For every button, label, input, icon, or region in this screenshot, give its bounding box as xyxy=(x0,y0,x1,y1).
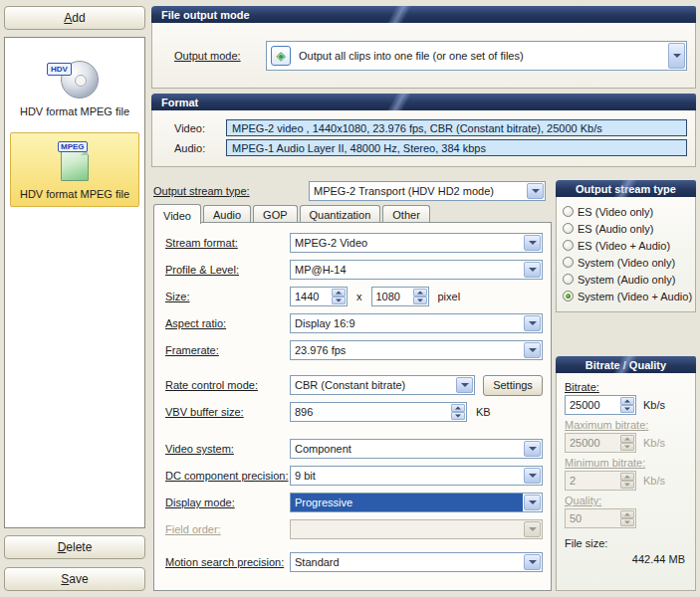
stream-format-dropdown[interactable]: MPEG-2 Video xyxy=(290,233,543,253)
chevron-down-icon xyxy=(529,241,537,245)
output-mode-icon: ◈ xyxy=(271,46,291,66)
tab-quantization[interactable]: Quantization xyxy=(300,205,381,223)
video-format-label: Video: xyxy=(174,122,226,134)
vbv-buffer-spinner[interactable]: 896 xyxy=(290,402,467,422)
radio-system-audio-only[interactable]: System (Audio only) xyxy=(563,271,691,288)
spin-up-icon[interactable] xyxy=(620,397,634,405)
dropdown-arrow-button xyxy=(524,521,541,537)
dc-precision-label: DC component precision: xyxy=(165,470,290,482)
mpeg-file-icon: MPEG xyxy=(52,141,98,183)
rate-control-label: Rate control mode: xyxy=(165,379,290,391)
field-order-dropdown xyxy=(290,519,543,539)
spin-down-icon xyxy=(620,443,634,451)
quality-spinner: 50 xyxy=(565,508,636,528)
display-mode-label: Display mode: xyxy=(165,497,290,508)
motion-search-row: Motion search precision: Standard xyxy=(165,552,543,572)
radio-icon xyxy=(563,274,574,285)
radio-system-video-audio[interactable]: System (Video + Audio) xyxy=(563,288,691,304)
audio-format-value: MPEG-1 Audio Layer II, 48000 Hz, Stereo,… xyxy=(226,139,687,156)
list-item[interactable]: HDV HDV format MPEG file xyxy=(10,50,139,124)
field-order-label: Field order: xyxy=(165,523,290,535)
dropdown-arrow-button[interactable] xyxy=(524,235,541,251)
output-stream-type-panel-header: Output stream type xyxy=(556,180,696,197)
dropdown-arrow-button[interactable] xyxy=(524,468,541,484)
dropdown-arrow-button[interactable] xyxy=(456,377,473,393)
stream-format-label: Stream format: xyxy=(165,237,290,249)
spin-down-icon[interactable] xyxy=(451,412,465,420)
min-bitrate-unit: Kb/s xyxy=(643,475,665,487)
radio-es-audio-only[interactable]: ES (Audio only) xyxy=(563,220,691,237)
size-label: Size: xyxy=(165,291,290,302)
spin-up-icon[interactable] xyxy=(451,404,465,412)
delete-button[interactable]: Delete xyxy=(4,535,145,559)
format-panel: Format Video: MPEG-2 video , 1440x1080, … xyxy=(151,94,696,167)
dropdown-arrow-button[interactable] xyxy=(524,495,541,510)
motion-search-dropdown[interactable]: Standard xyxy=(290,552,543,572)
rate-control-row: Rate control mode: CBR (Constant bitrate… xyxy=(165,375,543,395)
field-order-row: Field order: xyxy=(165,519,543,539)
spin-up-icon xyxy=(620,435,634,443)
format-list[interactable]: HDV HDV format MPEG file MPEG HDV format… xyxy=(4,37,145,528)
spin-down-icon[interactable] xyxy=(620,405,634,413)
vbv-buffer-unit: KB xyxy=(476,406,491,418)
dropdown-arrow-button[interactable] xyxy=(524,441,541,457)
framerate-dropdown[interactable]: 23.976 fps xyxy=(290,340,543,360)
min-bitrate-label: Minimum bitrate: xyxy=(565,457,687,469)
spin-up-icon xyxy=(620,473,634,481)
dropdown-arrow-button[interactable] xyxy=(524,315,541,331)
list-item-selected[interactable]: MPEG HDV format MPEG file xyxy=(10,132,139,207)
spin-down-icon[interactable] xyxy=(413,297,427,304)
tab-other[interactable]: Other xyxy=(382,205,430,223)
size-width-spinner[interactable]: 1440 xyxy=(290,287,348,306)
radio-es-video-only[interactable]: ES (Video only) xyxy=(563,203,691,220)
output-mode-label: Output mode: xyxy=(174,50,266,62)
video-system-label: Video system: xyxy=(165,443,290,455)
tab-audio[interactable]: Audio xyxy=(203,205,251,223)
tab-video[interactable]: Video xyxy=(153,204,201,224)
radio-icon xyxy=(563,257,574,268)
dc-precision-dropdown[interactable]: 9 bit xyxy=(290,466,543,486)
dropdown-arrow-button[interactable] xyxy=(527,183,544,199)
dropdown-arrow-button[interactable] xyxy=(524,554,541,570)
dropdown-arrow-button[interactable] xyxy=(524,262,541,278)
profile-level-dropdown[interactable]: MP@H-14 xyxy=(290,260,543,280)
bitrate-spinner[interactable]: 25000 xyxy=(565,395,636,415)
video-system-dropdown[interactable]: Component xyxy=(290,439,543,459)
quality-label: Quality: xyxy=(565,495,687,506)
chevron-down-icon xyxy=(529,500,537,504)
video-system-row: Video system: Component xyxy=(165,439,543,459)
file-output-mode-panel: File output mode Output mode: ◈ Output a… xyxy=(151,6,696,89)
radio-selected-icon xyxy=(563,291,574,301)
spin-up-icon[interactable] xyxy=(413,289,427,297)
bitrate-label: Bitrate: xyxy=(565,381,687,393)
output-stream-type-dropdown[interactable]: MPEG-2 Transport (HDV HD2 mode) xyxy=(309,181,546,201)
min-bitrate-spinner: 2 xyxy=(565,471,636,491)
add-button-label: Add xyxy=(64,11,85,25)
save-button[interactable]: Save xyxy=(4,567,145,591)
tab-gop[interactable]: GOP xyxy=(253,205,297,223)
chevron-down-icon xyxy=(529,268,537,272)
aspect-ratio-dropdown[interactable]: Display 16:9 xyxy=(290,313,543,333)
list-item-label: HDV format MPEG file xyxy=(20,105,129,117)
output-mode-dropdown[interactable]: ◈ Output all clips into one file (or one… xyxy=(266,41,687,71)
radio-system-video-only[interactable]: System (Video only) xyxy=(563,254,691,271)
file-size-label: File size: xyxy=(565,537,687,549)
dropdown-arrow-button[interactable] xyxy=(668,43,685,69)
save-button-label: Save xyxy=(61,572,88,586)
radio-es-video-audio[interactable]: ES (Video + Audio) xyxy=(563,237,691,254)
chevron-down-icon xyxy=(529,447,537,451)
settings-button[interactable]: Settings xyxy=(483,375,543,396)
chevron-down-icon xyxy=(529,527,537,531)
radio-icon xyxy=(563,223,574,234)
spin-up-icon[interactable] xyxy=(332,289,346,297)
aspect-ratio-label: Aspect ratio: xyxy=(165,317,290,329)
spin-down-icon[interactable] xyxy=(332,297,346,304)
output-stream-type-row: Output stream type: MPEG-2 Transport (HD… xyxy=(153,180,552,201)
rate-control-dropdown[interactable]: CBR (Constant bitrate) xyxy=(290,375,475,395)
dropdown-arrow-button[interactable] xyxy=(524,342,541,358)
framerate-label: Framerate: xyxy=(165,344,290,356)
size-height-spinner[interactable]: 1080 xyxy=(371,287,429,306)
sidebar: Add HDV HDV format MPEG file MPEG HDV fo… xyxy=(4,6,145,591)
add-button[interactable]: Add xyxy=(4,6,145,30)
display-mode-dropdown[interactable]: Progressive xyxy=(290,493,543,512)
